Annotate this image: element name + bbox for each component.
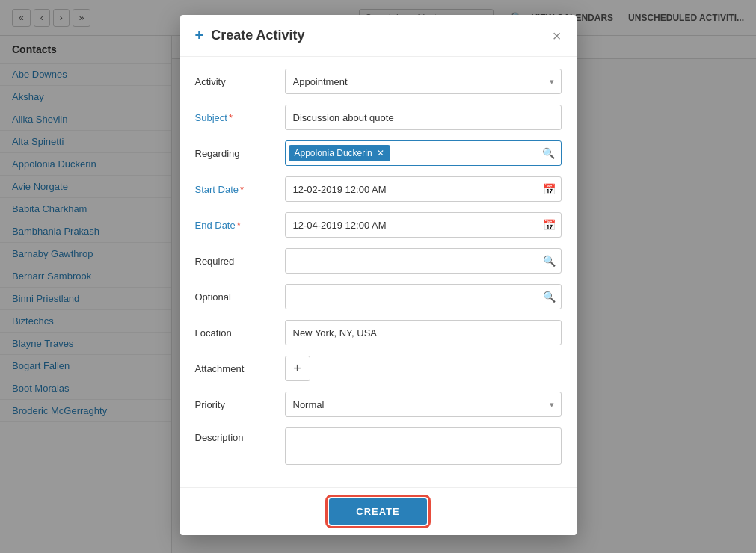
start-date-label: Start Date* [195,184,285,195]
priority-select-wrapper: Low Normal High ▾ [285,392,562,417]
create-button[interactable]: CREATE [329,498,426,525]
start-date-calendar-icon[interactable]: 📅 [543,183,556,195]
location-label: Location [195,327,285,339]
modal-header: + Create Activity × [180,15,577,57]
modal-title-icon: + [195,27,204,44]
modal-close-button[interactable]: × [553,28,562,43]
location-row: Location [195,320,562,345]
priority-row: Priority Low Normal High ▾ [195,392,562,417]
location-input[interactable] [285,320,562,345]
regarding-tag-text: Appolonia Duckerin [295,148,372,158]
end-date-label: End Date* [195,220,285,231]
activity-label: Activity [195,76,285,87]
attachment-label: Attachment [195,363,285,374]
modal-title-text: Create Activity [211,28,304,43]
modal-title: + Create Activity [195,27,305,44]
attachment-add-button[interactable]: + [285,356,310,381]
start-date-input[interactable] [285,176,562,202]
start-date-row: Start Date* 📅 [195,176,562,202]
end-date-calendar-icon[interactable]: 📅 [543,219,556,231]
modal-footer: CREATE [180,487,577,535]
optional-search-icon[interactable]: 🔍 [543,291,556,303]
regarding-search-icon[interactable]: 🔍 [536,147,561,159]
description-label: Description [195,427,285,443]
subject-row: Subject* [195,105,562,130]
regarding-tag: Appolonia Duckerin ✕ [289,145,390,161]
required-label: Required [195,256,285,267]
activity-row: Activity Appointment Task Call Email ▾ [195,69,562,94]
optional-row: Optional 🔍 [195,284,562,309]
subject-label: Subject* [195,112,285,123]
modal-overlay: + Create Activity × Activity Appointment… [0,0,756,553]
regarding-label: Regarding [195,148,285,159]
description-row: Description [195,427,562,465]
required-field: 🔍 [285,248,562,274]
description-textarea[interactable] [285,427,562,465]
attachment-row: Attachment + [195,356,562,381]
start-date-field: 📅 [285,176,562,202]
end-date-row: End Date* 📅 [195,212,562,238]
optional-label: Optional [195,291,285,303]
create-activity-modal: + Create Activity × Activity Appointment… [180,15,577,535]
optional-input[interactable] [285,284,562,309]
regarding-tag-close[interactable]: ✕ [377,149,384,158]
activity-select-wrapper: Appointment Task Call Email ▾ [285,69,562,94]
regarding-row: Regarding Appolonia Duckerin ✕ 🔍 [195,140,562,166]
priority-select[interactable]: Low Normal High [285,392,562,417]
end-date-field: 📅 [285,212,562,238]
required-row: Required 🔍 [195,248,562,274]
subject-input[interactable] [285,105,562,130]
required-search-icon[interactable]: 🔍 [543,255,556,267]
required-input[interactable] [285,248,562,274]
regarding-field[interactable]: Appolonia Duckerin ✕ 🔍 [285,140,562,166]
modal-body: Activity Appointment Task Call Email ▾ S… [180,57,577,487]
priority-label: Priority [195,399,285,410]
end-date-input[interactable] [285,212,562,238]
activity-select[interactable]: Appointment Task Call Email [285,69,562,94]
optional-field: 🔍 [285,284,562,309]
